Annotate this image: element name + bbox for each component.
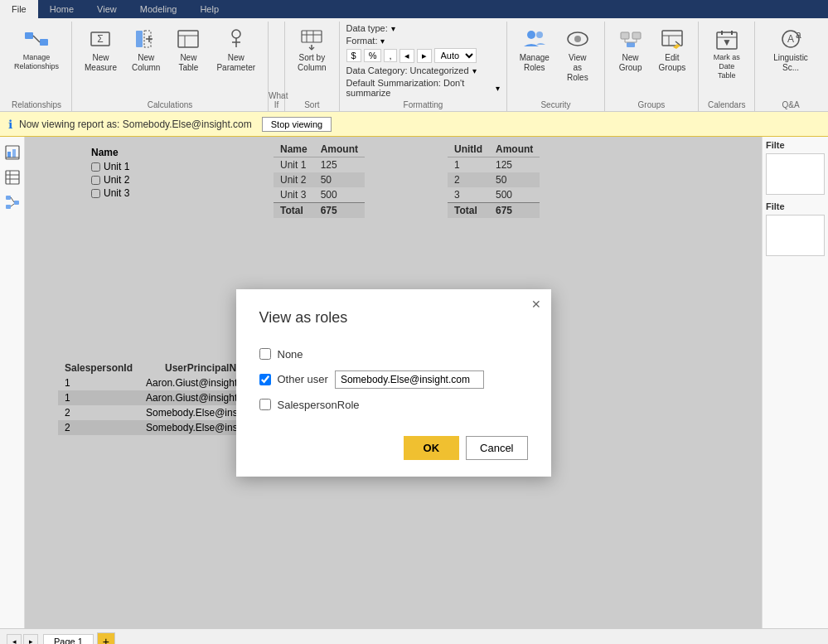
option-other-user: Other user <box>259 366 528 394</box>
calculations-group-label: Calculations <box>72 100 268 109</box>
comma-btn[interactable]: , <box>384 49 396 62</box>
filter-panel: Filte Filte <box>762 137 828 628</box>
canvas: Name Unit 1 Unit 2 Unit 3 Name Amount <box>25 137 762 628</box>
page-next-button[interactable]: ▸ <box>23 634 38 645</box>
modal-title: View as roles <box>259 309 528 327</box>
ribbon-group-security: ManageRoles View asRoles Security <box>507 22 604 111</box>
summarization-row: Default Summarization: Don't summarize ▾ <box>346 78 501 98</box>
sidebar-model-icon[interactable] <box>3 193 22 211</box>
new-column-icon <box>133 26 159 52</box>
view-as-roles-modal: ✕ View as roles None Other user Salesper… <box>236 289 551 477</box>
sidebar-report-icon[interactable] <box>3 143 22 162</box>
page-tab[interactable]: Page 1 <box>43 634 94 645</box>
notification-text: Now viewing report as: Somebody.Else@ins… <box>19 119 252 130</box>
increase-decimal-btn[interactable]: ▸ <box>417 49 432 63</box>
manage-roles-icon <box>521 26 548 52</box>
linguistic-label: Linguistic Sc... <box>767 53 814 73</box>
groups-section-label: Groups <box>605 100 699 109</box>
stop-viewing-button[interactable]: Stop viewing <box>262 117 332 132</box>
main-area: Name Unit 1 Unit 2 Unit 3 Name Amount <box>0 137 828 628</box>
bottom-bar: ◂ ▸ Page 1 + <box>0 628 828 644</box>
sort-by-column-label: Sort byColumn <box>298 53 326 73</box>
svg-rect-47 <box>6 171 19 184</box>
tab-file[interactable]: File <box>0 0 38 18</box>
salesperson-role-label[interactable]: SalespersonRole <box>278 399 360 411</box>
ribbon-group-groups: NewGroup EditGroups Groups <box>605 22 700 111</box>
sort-icon <box>298 26 325 52</box>
svg-point-20 <box>527 31 535 39</box>
new-measure-icon: Σ <box>87 26 114 52</box>
view-as-roles-button[interactable]: View asRoles <box>558 23 597 85</box>
tab-help[interactable]: Help <box>188 0 230 18</box>
other-user-checkbox[interactable] <box>259 374 271 385</box>
add-page-button[interactable]: + <box>97 632 115 645</box>
salesperson-role-checkbox[interactable] <box>259 399 271 410</box>
new-column-button[interactable]: NewColumn <box>126 23 166 75</box>
svg-point-23 <box>574 36 581 42</box>
security-group-label: Security <box>507 100 603 109</box>
new-table-button[interactable]: NewTable <box>169 23 207 75</box>
filter-box-2 <box>766 215 825 256</box>
svg-rect-5 <box>136 31 143 47</box>
none-label[interactable]: None <box>278 348 303 361</box>
format-dropdown[interactable]: ▾ <box>380 36 385 46</box>
sort-group-label: Sort <box>285 100 338 109</box>
notification-bar: ℹ Now viewing report as: Somebody.Else@i… <box>0 112 828 137</box>
sidebar-data-icon[interactable] <box>3 168 22 186</box>
edit-groups-icon <box>659 26 685 52</box>
edit-groups-label: EditGroups <box>659 53 686 73</box>
other-user-label[interactable]: Other user <box>278 373 328 385</box>
page-prev-button[interactable]: ◂ <box>7 634 22 645</box>
tab-home[interactable]: Home <box>38 0 85 18</box>
mark-date-table-icon: ▼ <box>714 26 740 52</box>
mark-date-table-label: Mark asDate Table <box>711 53 742 80</box>
new-parameter-button[interactable]: NewParameter <box>211 23 261 75</box>
new-measure-button[interactable]: Σ NewMeasure <box>79 23 123 75</box>
data-category-row: Data Category: Uncategorized ▾ <box>346 65 501 75</box>
ribbon-group-calendars: ▼ Mark asDate Table Calendars <box>699 22 755 111</box>
svg-rect-45 <box>12 149 16 157</box>
other-user-input[interactable] <box>335 370 484 389</box>
decrease-decimal-btn[interactable]: ◂ <box>399 49 414 63</box>
data-type-label: Data type: <box>346 23 388 33</box>
info-icon: ℹ <box>8 118 12 131</box>
sort-by-column-button[interactable]: Sort byColumn <box>292 23 332 75</box>
manage-relationships-button[interactable]: ManageRelationships <box>8 23 65 74</box>
tab-view[interactable]: View <box>85 0 128 18</box>
svg-rect-44 <box>7 152 11 157</box>
ribbon: ManageRelationships Relationships Σ NewM… <box>0 18 828 112</box>
summarization-label: Default Summarization: Don't summarize <box>346 78 493 98</box>
edit-groups-button[interactable]: EditGroups <box>653 23 692 75</box>
new-table-label: NewTable <box>178 53 198 73</box>
mark-date-table-button[interactable]: ▼ Mark asDate Table <box>705 23 748 82</box>
manage-roles-button[interactable]: ManageRoles <box>514 23 554 75</box>
data-type-row: Data type: ▾ <box>346 23 501 33</box>
percent-btn[interactable]: % <box>364 49 382 62</box>
linguistic-button[interactable]: A a Linguistic Sc... <box>762 23 820 75</box>
page-navigation: ◂ ▸ Page 1 + <box>7 632 115 645</box>
new-group-label: NewGroup <box>619 53 642 73</box>
svg-rect-51 <box>6 196 11 200</box>
data-category-dropdown[interactable]: ▾ <box>472 66 477 75</box>
modal-overlay: ✕ View as roles None Other user Salesper… <box>25 137 762 628</box>
filter-label-2: Filte <box>766 201 825 211</box>
option-salesperson-role: SalespersonRole <box>259 394 528 416</box>
ribbon-group-qa: A a Linguistic Sc... Q&A <box>755 22 826 111</box>
sidebar <box>0 137 25 628</box>
svg-rect-52 <box>14 201 19 205</box>
data-type-dropdown[interactable]: ▾ <box>391 24 395 33</box>
modal-close-button[interactable]: ✕ <box>531 298 541 311</box>
svg-rect-25 <box>632 32 641 39</box>
none-checkbox[interactable] <box>259 348 271 360</box>
linguistic-icon: A a <box>777 26 804 52</box>
format-row: Format: ▾ <box>346 36 501 46</box>
dollar-btn[interactable]: $ <box>346 49 361 62</box>
ok-button[interactable]: OK <box>404 436 460 460</box>
cancel-button[interactable]: Cancel <box>466 436 527 460</box>
svg-point-21 <box>536 31 543 38</box>
new-group-button[interactable]: NewGroup <box>612 23 650 75</box>
auto-select[interactable]: Auto <box>434 48 477 63</box>
summarization-dropdown[interactable]: ▾ <box>496 84 500 93</box>
tab-modeling[interactable]: Modeling <box>128 0 189 18</box>
filter-box-1 <box>766 153 825 195</box>
